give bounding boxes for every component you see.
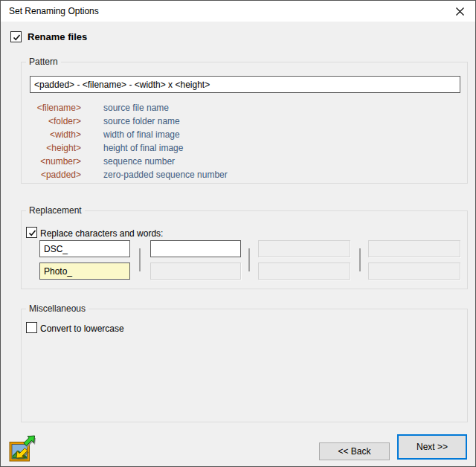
legend-row: <folder> source folder name [26, 115, 228, 128]
replace-field-1[interactable] [39, 263, 130, 280]
next-button[interactable]: Next >> [397, 434, 467, 460]
replace-field-3 [258, 263, 350, 280]
pattern-input[interactable] [30, 76, 460, 93]
miscellaneous-group: Miscellaneous Convert to lowercase [21, 309, 468, 422]
image-resizer-app-icon [9, 434, 36, 462]
legend-row: <filename> source file name [26, 101, 228, 115]
search-field-3 [258, 240, 350, 257]
replace-words-label[interactable]: Replace characters and words: [40, 228, 163, 239]
rename-files-label[interactable]: Rename files [28, 31, 87, 42]
replacement-group-label: Replacement [26, 205, 85, 216]
replace-words-checkbox[interactable] [26, 227, 37, 238]
checkmark-icon [12, 33, 22, 42]
replacement-group: Replacement Replace characters and words… [21, 210, 468, 289]
checkmark-icon [28, 228, 37, 238]
token-height-desc: height of final image [103, 141, 183, 155]
miscellaneous-group-label: Miscellaneous [26, 303, 89, 314]
close-button[interactable] [444, 1, 475, 22]
column-separator [139, 248, 141, 271]
column-separator [248, 248, 250, 271]
legend-row: <height> height of final image [26, 141, 228, 155]
pattern-group-label: Pattern [26, 57, 61, 67]
column-separator [359, 248, 361, 271]
legend-row: <width> width of final image [26, 128, 228, 141]
window-title: Set Renaming Options [9, 6, 99, 16]
rename-files-checkbox[interactable] [10, 31, 22, 42]
legend-row: <number> sequence number [26, 155, 228, 168]
token-folder-desc: source folder name [103, 115, 180, 128]
close-icon [456, 7, 464, 16]
token-padded: <padded> [26, 168, 81, 181]
search-field-1[interactable] [39, 240, 130, 257]
token-folder: <folder> [26, 115, 81, 128]
pattern-token-legend: <filename> source file name <folder> sou… [26, 101, 228, 181]
convert-lowercase-label[interactable]: Convert to lowercase [40, 323, 124, 334]
token-height: <height> [26, 141, 81, 155]
legend-row: <padded> zero-padded sequence number [26, 168, 228, 181]
token-number-desc: sequence number [103, 155, 175, 168]
pattern-group: Pattern <filename> source file name <fol… [21, 62, 468, 184]
search-field-2[interactable] [150, 240, 241, 257]
token-padded-desc: zero-padded sequence number [103, 168, 228, 181]
titlebar: Set Renaming Options [1, 1, 475, 22]
search-field-4 [368, 240, 460, 257]
token-number: <number> [26, 155, 81, 168]
replace-field-4 [368, 263, 460, 280]
replace-field-2 [150, 263, 241, 280]
token-width: <width> [26, 128, 81, 141]
set-renaming-options-dialog: Set Renaming Options Rename files Patter… [0, 0, 476, 467]
token-width-desc: width of final image [103, 128, 180, 141]
back-button[interactable]: << Back [319, 442, 390, 460]
token-filename-desc: source file name [103, 101, 169, 115]
convert-lowercase-checkbox[interactable] [26, 322, 37, 333]
token-filename: <filename> [26, 101, 81, 115]
